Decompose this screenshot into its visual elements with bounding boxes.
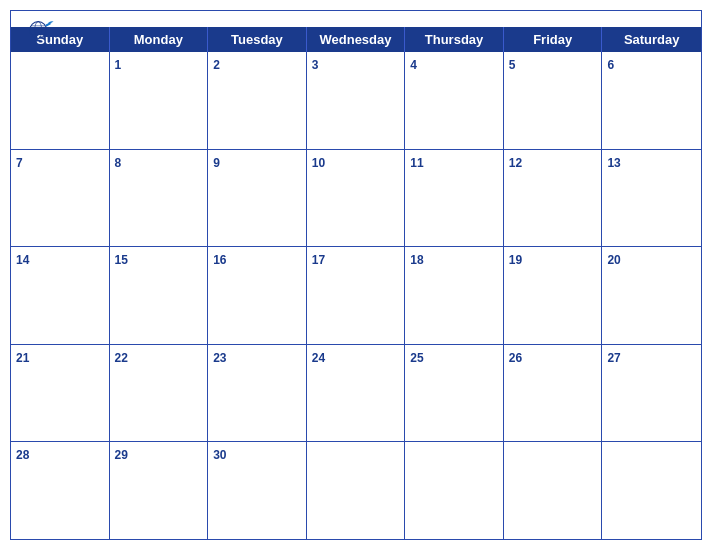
calendar-cell: 8 [110, 150, 209, 247]
date-number: 16 [213, 253, 226, 267]
week-row-4: 21222324252627 [11, 345, 701, 443]
date-number: 25 [410, 351, 423, 365]
logo [27, 19, 55, 42]
calendar-cell: 18 [405, 247, 504, 344]
calendar-cell: 24 [307, 345, 406, 442]
date-number: 27 [607, 351, 620, 365]
calendar-cell: 2 [208, 52, 307, 149]
calendar-cell: 26 [504, 345, 603, 442]
calendar-cell: 6 [602, 52, 701, 149]
calendar-cell [602, 442, 701, 539]
calendar-cell: 21 [11, 345, 110, 442]
day-header-tuesday: Tuesday [208, 27, 307, 52]
date-number: 3 [312, 58, 319, 72]
calendar-cell: 27 [602, 345, 701, 442]
calendar-cell: 3 [307, 52, 406, 149]
date-number: 4 [410, 58, 417, 72]
logo-icon [27, 19, 55, 41]
calendar-cell: 5 [504, 52, 603, 149]
week-row-5: 282930 [11, 442, 701, 539]
calendar-cell: 4 [405, 52, 504, 149]
date-number: 30 [213, 448, 226, 462]
date-number: 7 [16, 156, 23, 170]
date-number: 28 [16, 448, 29, 462]
calendar-cell: 1 [110, 52, 209, 149]
calendar-cell: 25 [405, 345, 504, 442]
calendar-cell: 19 [504, 247, 603, 344]
calendar-header [11, 11, 701, 27]
calendar-cell: 30 [208, 442, 307, 539]
week-row-3: 14151617181920 [11, 247, 701, 345]
week-row-1: 123456 [11, 52, 701, 150]
day-header-saturday: Saturday [602, 27, 701, 52]
date-number: 19 [509, 253, 522, 267]
day-header-sunday: Sunday [11, 27, 110, 52]
calendar-cell [11, 52, 110, 149]
date-number: 20 [607, 253, 620, 267]
date-number: 2 [213, 58, 220, 72]
date-number: 9 [213, 156, 220, 170]
weeks-container: 1234567891011121314151617181920212223242… [11, 52, 701, 539]
calendar-cell: 20 [602, 247, 701, 344]
week-row-2: 78910111213 [11, 150, 701, 248]
calendar-cell: 12 [504, 150, 603, 247]
date-number: 6 [607, 58, 614, 72]
calendar-cell: 9 [208, 150, 307, 247]
date-number: 14 [16, 253, 29, 267]
day-header-friday: Friday [504, 27, 603, 52]
calendar-cell: 14 [11, 247, 110, 344]
date-number: 1 [115, 58, 122, 72]
calendar: SundayMondayTuesdayWednesdayThursdayFrid… [10, 10, 702, 540]
date-number: 21 [16, 351, 29, 365]
calendar-cell: 29 [110, 442, 209, 539]
days-header: SundayMondayTuesdayWednesdayThursdayFrid… [11, 27, 701, 52]
date-number: 13 [607, 156, 620, 170]
calendar-cell: 10 [307, 150, 406, 247]
date-number: 8 [115, 156, 122, 170]
calendar-cell: 28 [11, 442, 110, 539]
date-number: 26 [509, 351, 522, 365]
calendar-cell [405, 442, 504, 539]
calendar-cell: 11 [405, 150, 504, 247]
calendar-cell: 16 [208, 247, 307, 344]
day-header-wednesday: Wednesday [307, 27, 406, 52]
day-header-thursday: Thursday [405, 27, 504, 52]
day-header-monday: Monday [110, 27, 209, 52]
calendar-cell: 17 [307, 247, 406, 344]
calendar-cell [307, 442, 406, 539]
calendar-cell: 23 [208, 345, 307, 442]
calendar-cell: 15 [110, 247, 209, 344]
date-number: 29 [115, 448, 128, 462]
date-number: 10 [312, 156, 325, 170]
date-number: 17 [312, 253, 325, 267]
date-number: 18 [410, 253, 423, 267]
date-number: 24 [312, 351, 325, 365]
calendar-cell: 22 [110, 345, 209, 442]
date-number: 15 [115, 253, 128, 267]
date-number: 23 [213, 351, 226, 365]
date-number: 22 [115, 351, 128, 365]
date-number: 11 [410, 156, 423, 170]
calendar-cell: 13 [602, 150, 701, 247]
date-number: 5 [509, 58, 516, 72]
date-number: 12 [509, 156, 522, 170]
calendar-cell: 7 [11, 150, 110, 247]
calendar-cell [504, 442, 603, 539]
